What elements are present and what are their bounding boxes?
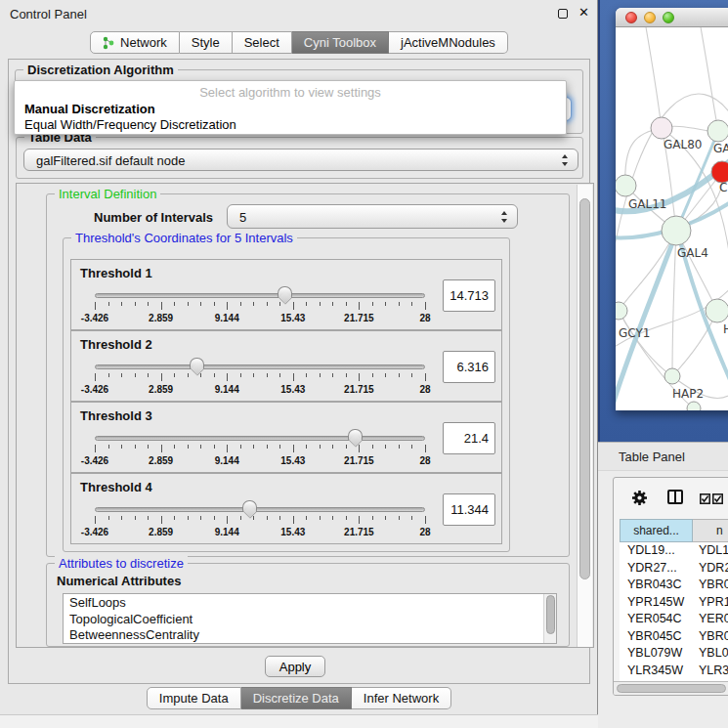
tab-style[interactable]: Style	[180, 31, 233, 54]
attribute-list-item[interactable]: BetweennessCentrality	[69, 627, 542, 644]
close-traffic-light-icon[interactable]	[625, 12, 637, 23]
tab-network[interactable]: Network	[90, 31, 180, 54]
checkbox-icon[interactable]	[712, 493, 723, 504]
table-cell[interactable]: YLR345W	[620, 663, 693, 680]
slider-thumb[interactable]	[348, 429, 363, 441]
table-cell[interactable]: YBR0	[693, 628, 728, 646]
column-header-shared-name[interactable]: shared...	[620, 519, 693, 542]
network-canvas[interactable]: GAL80GACGAL11GAL4GCY1HHAP2	[616, 27, 728, 410]
threshold-label: Threshold 4	[80, 480, 152, 494]
slider-thumb[interactable]	[190, 358, 204, 369]
table-cell[interactable]: YBL0	[693, 645, 728, 663]
threshold-slider[interactable]: -3.4262.8599.14415.4321.71528	[95, 499, 425, 544]
table-row[interactable]: YPR145WYPR1	[620, 594, 728, 612]
table-hscrollbar[interactable]	[614, 681, 728, 695]
table-data-combobox[interactable]: galFiltered.sif default node	[23, 149, 578, 171]
table-hscrollbar-thumb[interactable]	[617, 684, 726, 693]
table-row[interactable]: YBR045CYBR0	[620, 628, 728, 646]
control-panel: Control Panel ✕ Network Style Select Cyn…	[0, 0, 598, 728]
threshold-slider[interactable]: -3.4262.8599.14415.4321.71528	[95, 428, 425, 473]
attribute-list-item[interactable]: SelfLoops	[69, 595, 542, 612]
apply-button[interactable]: Apply	[265, 656, 325, 677]
attribute-list-item[interactable]: TopologicalCoefficient	[69, 612, 542, 628]
slider-thumb[interactable]	[242, 500, 257, 512]
split-columns-icon[interactable]	[667, 490, 683, 504]
threshold-value-field[interactable]: 21.4	[443, 422, 495, 454]
list-scrollbar[interactable]	[543, 594, 556, 643]
dropdown-hint: Select algorithm to view settings	[15, 85, 566, 100]
table-row[interactable]: YBL079WYBL0	[620, 645, 728, 663]
tab-infer-network[interactable]: Infer Network	[352, 687, 451, 709]
table-cell[interactable]: YER054C	[620, 611, 693, 628]
network-window-titlebar[interactable]	[616, 8, 728, 27]
tab-jactivemnodules[interactable]: jActiveMNodules	[389, 31, 508, 54]
checkbox-icon[interactable]	[700, 493, 710, 504]
settings-scrollbar-thumb[interactable]	[579, 198, 590, 579]
table-cell[interactable]: YPR1	[693, 594, 728, 612]
network-node[interactable]	[707, 120, 728, 142]
table-cell[interactable]: YDR2	[693, 560, 728, 578]
slider-track[interactable]	[95, 293, 425, 298]
number-of-intervals-combobox[interactable]: 5	[227, 204, 518, 229]
network-edge[interactable]	[672, 231, 676, 376]
network-node-label: H	[723, 322, 728, 336]
slider-track[interactable]	[95, 507, 425, 512]
tab-impute-data[interactable]: Impute Data	[147, 687, 241, 709]
network-node[interactable]	[616, 175, 636, 196]
table-header-row: shared... n	[620, 519, 728, 542]
table-cell[interactable]: YDL1	[693, 542, 728, 560]
table-cell[interactable]: YDR27...	[620, 560, 693, 578]
close-icon[interactable]: ✕	[578, 5, 589, 20]
table-cell[interactable]: YPR145W	[620, 594, 693, 612]
table-cell[interactable]: YBR0	[693, 577, 728, 594]
network-edge[interactable]	[645, 27, 662, 128]
node-table-body: YDL19...YDL1YDR27...YDR2YBR043CYBR0YPR14…	[620, 542, 728, 696]
network-node[interactable]	[687, 402, 701, 410]
dropdown-option-equal-width[interactable]: Equal Width/Frequency Discretization	[24, 117, 236, 132]
slider-thumb[interactable]	[278, 286, 292, 298]
zoom-traffic-light-icon[interactable]	[663, 12, 674, 23]
tab-label: Discretize Data	[253, 688, 339, 708]
table-row[interactable]: YER054CYER0	[620, 611, 728, 628]
column-header-name[interactable]: n	[693, 519, 728, 542]
threshold-value-field[interactable]: 6.316	[443, 351, 495, 383]
table-cell[interactable]: YBL079W	[620, 645, 693, 663]
table-row[interactable]: YDR27...YDR2	[620, 560, 728, 578]
dropdown-option-manual[interactable]: Manual Discretization	[24, 102, 155, 116]
minimize-traffic-light-icon[interactable]	[644, 12, 656, 23]
table-cell[interactable]: YBR045C	[620, 628, 693, 646]
network-node-label: HAP2	[672, 387, 704, 401]
bottom-tab-bar: Impute Data Discretize Data Infer Networ…	[0, 687, 598, 709]
list-scrollbar-thumb[interactable]	[546, 595, 555, 634]
network-node[interactable]	[662, 216, 691, 245]
network-node-label: C	[719, 181, 727, 194]
tab-discretize-data[interactable]: Discretize Data	[241, 687, 352, 709]
threshold-value-field[interactable]: 11.344	[443, 493, 495, 526]
threshold-slider[interactable]: -3.4262.8599.14415.4321.71528	[95, 357, 425, 402]
network-node[interactable]	[616, 302, 627, 320]
table-cell[interactable]: YBR043C	[620, 577, 693, 594]
numerical-attributes-list[interactable]: SelfLoopsTopologicalCoefficientBetweenne…	[63, 593, 557, 644]
settings-scrollbar[interactable]	[577, 185, 592, 648]
threshold-slider[interactable]: -3.4262.8599.14415.4321.71528	[95, 285, 425, 330]
tab-cyni-toolbox[interactable]: Cyni Toolbox	[292, 31, 389, 54]
table-cell[interactable]: YDL19...	[620, 542, 693, 560]
network-edge[interactable]	[700, 27, 718, 131]
table-row[interactable]: YBR043CYBR0	[620, 577, 728, 594]
network-graph[interactable]: GAL80GACGAL11GAL4GCY1HHAP2	[616, 27, 728, 410]
footer-strip	[0, 714, 598, 728]
float-window-icon[interactable]	[558, 9, 568, 19]
network-node[interactable]	[664, 368, 680, 384]
tab-select[interactable]: Select	[233, 31, 292, 54]
network-node[interactable]	[651, 117, 672, 139]
table-row[interactable]: YDL19...YDL1	[620, 542, 728, 560]
table-cell[interactable]: YER0	[693, 611, 728, 628]
threshold-value-field[interactable]: 14.713	[443, 279, 495, 312]
gear-icon[interactable]	[631, 490, 648, 506]
slider-track[interactable]	[95, 364, 425, 369]
table-row[interactable]: YLR345WYLR3	[620, 663, 728, 680]
network-node[interactable]	[711, 161, 728, 183]
slider-track[interactable]	[95, 436, 425, 441]
table-cell[interactable]: YLR3	[693, 663, 728, 680]
network-node[interactable]	[706, 299, 728, 322]
